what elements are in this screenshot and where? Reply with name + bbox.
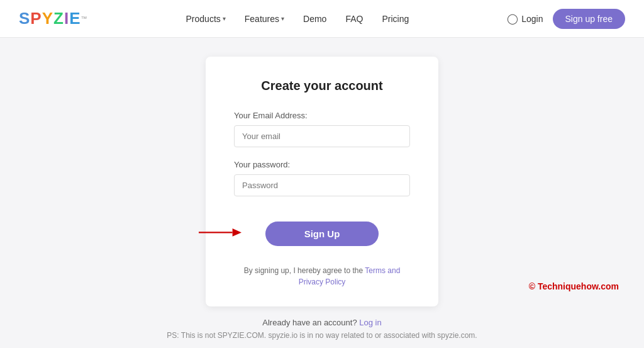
red-arrow-icon bbox=[196, 223, 247, 242]
navbar: SPYZIE™ Products ▾ Features ▾ Demo FAQ P… bbox=[0, 0, 644, 38]
nav-links: Products ▾ Features ▾ Demo FAQ Pricing bbox=[186, 13, 409, 25]
products-arrow-icon: ▾ bbox=[223, 15, 226, 22]
nav-item-demo[interactable]: Demo bbox=[303, 13, 326, 25]
logo-letter-e: E bbox=[69, 9, 80, 28]
ps-disclaimer: PS: This is not SPYZIE.COM. spyzie.io is… bbox=[167, 331, 477, 340]
password-group: Your password: bbox=[234, 160, 410, 196]
login-label: Login bbox=[521, 14, 543, 24]
already-text: Already have an account? Log in bbox=[167, 318, 477, 327]
pricing-label: Pricing bbox=[382, 14, 409, 24]
products-label: Products bbox=[186, 14, 221, 24]
email-label: Your Email Address: bbox=[234, 111, 410, 120]
email-group: Your Email Address: bbox=[234, 111, 410, 147]
features-label: Features bbox=[245, 14, 279, 24]
faq-label: FAQ bbox=[345, 14, 363, 24]
logo-letter-i: I bbox=[64, 9, 69, 28]
login-footer-link[interactable]: Log in bbox=[359, 318, 381, 327]
password-input[interactable] bbox=[234, 174, 410, 196]
nav-item-pricing[interactable]: Pricing bbox=[382, 13, 409, 25]
demo-label: Demo bbox=[303, 14, 326, 24]
features-arrow-icon: ▾ bbox=[281, 15, 284, 22]
password-label: Your password: bbox=[234, 160, 410, 169]
main-content: Create your account Your Email Address: … bbox=[0, 38, 644, 348]
signup-btn-wrapper: Sign Up bbox=[234, 209, 410, 255]
signup-card: Create your account Your Email Address: … bbox=[206, 57, 438, 306]
footer-area: Already have an account? Log in PS: This… bbox=[167, 318, 477, 340]
card-title: Create your account bbox=[234, 79, 410, 93]
nav-item-faq[interactable]: FAQ bbox=[345, 13, 363, 25]
terms-text: By signing up, I hereby agree to the Ter… bbox=[234, 265, 410, 288]
logo-tm: ™ bbox=[81, 15, 88, 22]
nav-item-products[interactable]: Products ▾ bbox=[186, 14, 226, 24]
arrow-annotation bbox=[196, 223, 247, 242]
logo-letter-p: P bbox=[30, 9, 42, 28]
user-icon: ◯ bbox=[507, 13, 518, 25]
signup-submit-button[interactable]: Sign Up bbox=[265, 222, 379, 246]
logo-letter-y: Y bbox=[42, 9, 53, 28]
nav-right: ◯ Login Sign up free bbox=[507, 9, 625, 29]
login-link[interactable]: ◯ Login bbox=[507, 13, 543, 25]
logo-letter-s: S bbox=[19, 9, 30, 28]
svg-marker-1 bbox=[233, 228, 242, 237]
logo[interactable]: SPYZIE™ bbox=[19, 9, 88, 28]
signup-free-button[interactable]: Sign up free bbox=[553, 9, 626, 29]
nav-item-features[interactable]: Features ▾ bbox=[245, 14, 284, 24]
watermark: © Techniquehow.com bbox=[529, 281, 619, 291]
logo-letter-z: Z bbox=[53, 9, 64, 28]
email-input[interactable] bbox=[234, 125, 410, 147]
